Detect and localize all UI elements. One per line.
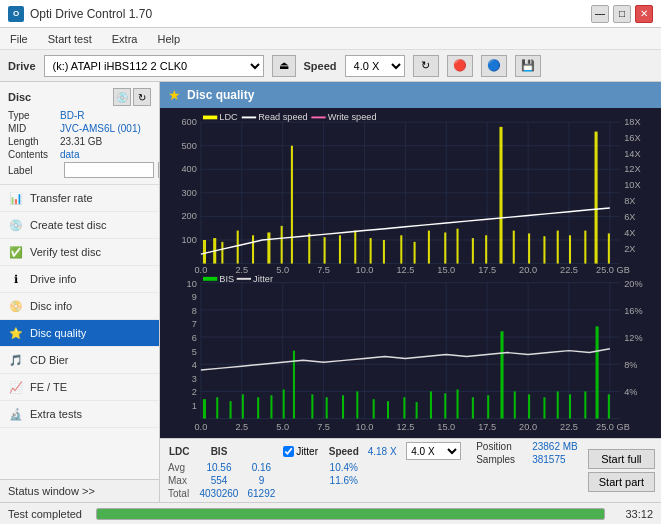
app-title: Opti Drive Control 1.70 <box>30 7 152 21</box>
svg-text:12.5: 12.5 <box>396 265 414 273</box>
max-row-label: Max <box>164 474 194 487</box>
svg-rect-64 <box>472 238 474 263</box>
bottom-stats-panel: LDC BIS Jitter Speed <box>160 438 661 502</box>
save-button[interactable]: 💾 <box>515 55 541 77</box>
disc-panel: Disc 💿 ↻ Type BD-R MID JVC-AMS6L (001) L… <box>0 82 159 185</box>
svg-text:20.0: 20.0 <box>519 265 537 273</box>
svg-text:500: 500 <box>181 141 196 151</box>
main-area: Disc 💿 ↻ Type BD-R MID JVC-AMS6L (001) L… <box>0 82 661 502</box>
sidebar-item-transfer-rate[interactable]: 📊 Transfer rate <box>0 185 159 212</box>
eject-button[interactable]: ⏏ <box>272 55 296 77</box>
avg-jitter: 10.4% <box>324 461 364 474</box>
svg-text:12X: 12X <box>624 164 640 174</box>
jitter-checkbox[interactable] <box>283 446 294 457</box>
svg-text:5.0: 5.0 <box>276 265 289 273</box>
bottom-chart: 10 9 8 7 6 5 4 3 2 1 20% 16% 12% 8% <box>160 273 661 438</box>
create-test-disc-icon: 💿 <box>8 217 24 233</box>
menu-extra[interactable]: Extra <box>108 31 142 47</box>
status-window-label: Status window >> <box>8 485 95 497</box>
svg-rect-53 <box>308 233 310 263</box>
menu-help[interactable]: Help <box>153 31 184 47</box>
status-window-button[interactable]: Status window >> <box>0 479 159 502</box>
refresh-button[interactable]: ↻ <box>413 55 439 77</box>
start-full-button[interactable]: Start full <box>588 449 655 469</box>
svg-text:4: 4 <box>192 360 197 370</box>
menu-start-test[interactable]: Start test <box>44 31 96 47</box>
extra-tests-label: Extra tests <box>30 408 82 420</box>
svg-text:22.5: 22.5 <box>560 422 578 432</box>
svg-text:15.0: 15.0 <box>437 265 455 273</box>
svg-text:3: 3 <box>192 374 197 384</box>
disc-refresh-btn[interactable]: ↻ <box>133 88 151 106</box>
svg-text:2.5: 2.5 <box>235 422 248 432</box>
minimize-button[interactable]: — <box>591 5 609 23</box>
speed-stat-select[interactable]: 4.0 X <box>406 442 461 460</box>
svg-rect-45 <box>203 240 206 264</box>
speed-select[interactable]: 4.0 X <box>345 55 405 77</box>
svg-text:25.0 GB: 25.0 GB <box>596 265 630 273</box>
settings-button1[interactable]: 🔴 <box>447 55 473 77</box>
sidebar-item-disc-quality[interactable]: ⭐ Disc quality <box>0 320 159 347</box>
svg-rect-47 <box>221 242 223 264</box>
svg-text:BIS: BIS <box>219 274 234 284</box>
drive-label: Drive <box>8 60 36 72</box>
svg-text:17.5: 17.5 <box>478 265 496 273</box>
svg-text:8X: 8X <box>624 197 635 207</box>
svg-text:1: 1 <box>192 401 197 411</box>
svg-rect-61 <box>428 231 430 264</box>
svg-rect-68 <box>528 233 530 263</box>
maximize-button[interactable]: □ <box>613 5 631 23</box>
svg-rect-127 <box>230 401 232 418</box>
svg-rect-67 <box>513 231 515 264</box>
svg-rect-144 <box>472 397 474 418</box>
svg-text:Write speed: Write speed <box>328 113 377 123</box>
disc-icon-btn[interactable]: 💿 <box>113 88 131 106</box>
svg-rect-69 <box>543 236 545 263</box>
samples-label: Samples <box>476 454 528 465</box>
chart-header: ★ Disc quality <box>160 82 661 108</box>
svg-text:7.5: 7.5 <box>317 422 330 432</box>
progress-bar <box>96 508 605 520</box>
avg-ldc: 10.56 <box>194 461 243 474</box>
svg-rect-70 <box>557 231 559 264</box>
svg-text:8: 8 <box>192 306 197 316</box>
svg-text:7.5: 7.5 <box>317 265 330 273</box>
sidebar-item-drive-info[interactable]: ℹ Drive info <box>0 266 159 293</box>
jitter-checkbox-label[interactable]: Jitter <box>283 446 320 457</box>
sidebar-item-disc-info[interactable]: 📀 Disc info <box>0 293 159 320</box>
content-area: ★ Disc quality <box>160 82 661 502</box>
sidebar-item-fe-te[interactable]: 📈 FE / TE <box>0 374 159 401</box>
sidebar-item-extra-tests[interactable]: 🔬 Extra tests <box>0 401 159 428</box>
start-part-button[interactable]: Start part <box>588 472 655 492</box>
svg-text:22.5: 22.5 <box>560 265 578 273</box>
cd-bier-label: CD Bier <box>30 354 69 366</box>
svg-rect-49 <box>252 235 254 263</box>
drive-select[interactable]: (k:) ATAPI iHBS112 2 CLK0 <box>44 55 264 77</box>
status-time: 33:12 <box>613 508 653 520</box>
speed-value: 4.18 X <box>368 446 397 457</box>
svg-rect-50 <box>267 232 270 263</box>
svg-text:25.0 GB: 25.0 GB <box>596 422 630 432</box>
status-bar: Test completed 33:12 <box>0 502 661 524</box>
bottom-chart-svg: 10 9 8 7 6 5 4 3 2 1 20% 16% 12% 8% <box>160 273 661 438</box>
svg-rect-129 <box>257 397 259 418</box>
svg-text:9: 9 <box>192 292 197 302</box>
svg-text:2.5: 2.5 <box>235 265 248 273</box>
close-button[interactable]: ✕ <box>635 5 653 23</box>
svg-text:6: 6 <box>192 333 197 343</box>
avg-row-label: Avg <box>164 461 194 474</box>
svg-text:2X: 2X <box>624 245 635 255</box>
svg-text:17.5: 17.5 <box>478 422 496 432</box>
sidebar-item-create-test-disc[interactable]: 💿 Create test disc <box>0 212 159 239</box>
svg-rect-66 <box>499 127 502 264</box>
status-text: Test completed <box>8 508 88 520</box>
settings-button2[interactable]: 🔵 <box>481 55 507 77</box>
sidebar-item-cd-bier[interactable]: 🎵 CD Bier <box>0 347 159 374</box>
sidebar-item-verify-test-disc[interactable]: ✅ Verify test disc <box>0 239 159 266</box>
label-input[interactable] <box>64 162 154 178</box>
disc-info-label: Disc info <box>30 300 72 312</box>
verify-test-disc-label: Verify test disc <box>30 246 101 258</box>
cd-bier-icon: 🎵 <box>8 352 24 368</box>
menu-file[interactable]: File <box>6 31 32 47</box>
svg-text:8%: 8% <box>624 360 637 370</box>
